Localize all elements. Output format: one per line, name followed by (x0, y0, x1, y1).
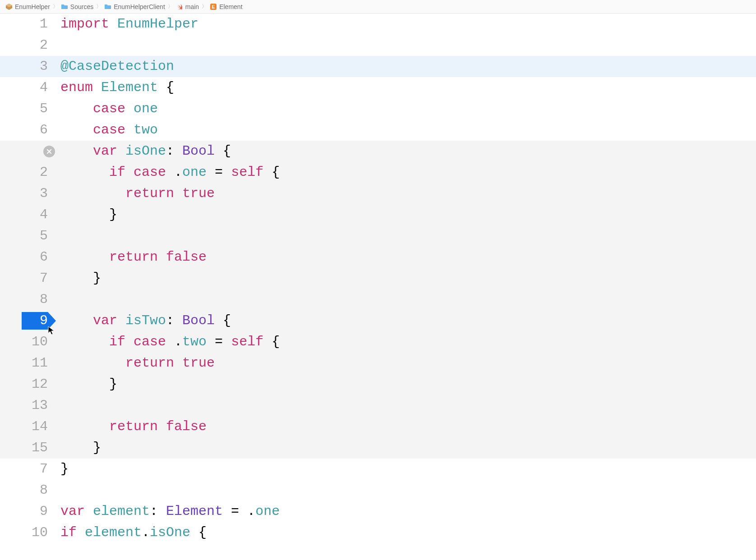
code-line[interactable]: 13 (0, 395, 756, 416)
code-content[interactable]: if case .two = self { (58, 331, 756, 353)
code-content[interactable]: case one (58, 98, 756, 119)
code-token (109, 16, 117, 32)
code-token (85, 504, 93, 519)
code-line[interactable]: 12 } (0, 374, 756, 395)
code-line[interactable]: 3 return true (0, 183, 756, 204)
gutter-line-number[interactable]: 6 (0, 119, 58, 141)
code-content[interactable] (58, 225, 756, 247)
code-content[interactable]: } (58, 204, 756, 225)
gutter-line-number[interactable]: 6 (0, 247, 58, 268)
gutter-line-number[interactable]: 11 (0, 353, 58, 374)
code-token: { (215, 143, 231, 159)
code-token: Element (101, 80, 158, 95)
collapse-expansion-icon[interactable] (43, 146, 55, 157)
code-line[interactable]: 3@CaseDetection (0, 56, 756, 77)
code-token: two (182, 334, 207, 349)
gutter-line-number[interactable]: 15 (0, 437, 58, 459)
code-content[interactable]: } (58, 459, 756, 480)
gutter-line-number[interactable] (0, 141, 58, 162)
gutter-line-number[interactable]: 7 (0, 268, 58, 289)
code-token: case (93, 101, 125, 116)
code-content[interactable] (58, 395, 756, 416)
code-line[interactable]: 7 } (0, 268, 756, 289)
code-content[interactable]: } (58, 268, 756, 289)
code-line[interactable]: 9var element: Element = .one (0, 501, 756, 522)
code-content[interactable]: if element.isOne { (58, 522, 756, 543)
gutter-line-number[interactable]: 3 (0, 56, 58, 77)
code-line[interactable]: 1import EnumHelper (0, 14, 756, 35)
code-line[interactable]: var isOne: Bool { (0, 141, 756, 162)
code-token: self (231, 165, 263, 180)
gutter-line-number[interactable]: 2 (0, 162, 58, 183)
gutter-line-number[interactable]: 3 (0, 183, 58, 204)
code-line[interactable]: 10if element.isOne { (0, 522, 756, 543)
code-token (60, 334, 109, 349)
code-token: self (231, 334, 263, 349)
gutter-line-number[interactable]: 10 (0, 522, 58, 543)
gutter-line-number[interactable]: 1 (0, 14, 58, 35)
gutter-line-number[interactable]: 14 (0, 416, 58, 437)
code-line[interactable]: 4 } (0, 204, 756, 225)
line-number: 10 (32, 331, 48, 353)
gutter-line-number[interactable]: 13 (0, 395, 58, 416)
code-content[interactable]: var isOne: Bool { (58, 141, 756, 162)
enum-icon: E (210, 3, 217, 10)
gutter-line-number[interactable]: 9 (0, 501, 58, 522)
breadcrumb-item-folder[interactable]: EnumHelperClient (104, 3, 165, 10)
code-line[interactable]: 6 return false (0, 247, 756, 268)
code-line[interactable]: 9 var isTwo: Bool { (0, 310, 756, 331)
gutter-line-number[interactable]: 5 (0, 225, 58, 247)
code-content[interactable]: return true (58, 353, 756, 374)
code-content[interactable]: @CaseDetection (58, 56, 756, 77)
code-line[interactable]: 7} (0, 459, 756, 480)
code-line[interactable]: 11 return true (0, 353, 756, 374)
code-token: = (207, 334, 231, 349)
code-line[interactable]: 4enum Element { (0, 77, 756, 98)
code-token: . (142, 525, 150, 540)
code-content[interactable]: var isTwo: Bool { (58, 310, 756, 331)
code-content[interactable]: } (58, 437, 756, 459)
breadcrumb-item-package[interactable]: EnumHelper (5, 3, 50, 10)
gutter-line-number[interactable]: 2 (0, 35, 58, 56)
gutter-line-number[interactable]: 8 (0, 480, 58, 501)
code-content[interactable]: if case .one = self { (58, 162, 756, 183)
code-line[interactable]: 8 (0, 480, 756, 501)
code-line[interactable]: 14 return false (0, 416, 756, 437)
code-content[interactable] (58, 480, 756, 501)
code-content[interactable]: return false (58, 247, 756, 268)
code-content[interactable]: case two (58, 119, 756, 141)
code-content[interactable]: enum Element { (58, 77, 756, 98)
code-line[interactable]: 6 case two (0, 119, 756, 141)
breadcrumb-item-swift[interactable]: main (176, 3, 199, 10)
code-line[interactable]: 15 } (0, 437, 756, 459)
breadcrumb-item-enum[interactable]: E Element (210, 3, 242, 10)
code-line[interactable]: 2 if case .one = self { (0, 162, 756, 183)
breadcrumb-item-folder[interactable]: Sources (61, 3, 93, 10)
gutter-line-number[interactable]: 7 (0, 459, 58, 480)
gutter-line-number[interactable]: 4 (0, 204, 58, 225)
code-line[interactable]: 8 (0, 289, 756, 310)
code-content[interactable]: var element: Element = .one (58, 501, 756, 522)
code-content[interactable] (58, 35, 756, 56)
line-number: 7 (40, 459, 48, 480)
breakpoint-marker[interactable]: 9 (0, 310, 58, 331)
code-token: : (166, 143, 182, 159)
gutter-line-number[interactable]: 12 (0, 374, 58, 395)
code-content[interactable]: return true (58, 183, 756, 204)
code-token (60, 165, 109, 180)
code-content[interactable]: import EnumHelper (58, 14, 756, 35)
code-editor[interactable]: 1import EnumHelper23@CaseDetection4enum … (0, 14, 756, 543)
gutter-line-number[interactable]: 5 (0, 98, 58, 119)
code-token: var (60, 504, 85, 519)
code-content[interactable]: } (58, 374, 756, 395)
code-line[interactable]: 5 (0, 225, 756, 247)
code-line[interactable]: 5 case one (0, 98, 756, 119)
gutter-line-number[interactable]: 8 (0, 289, 58, 310)
gutter-line-number[interactable]: 4 (0, 77, 58, 98)
code-content[interactable] (58, 289, 756, 310)
code-token (60, 143, 93, 159)
code-content[interactable]: return false (58, 416, 756, 437)
code-line[interactable]: 10 if case .two = self { (0, 331, 756, 353)
code-line[interactable]: 2 (0, 35, 756, 56)
code-token: if (109, 334, 125, 349)
